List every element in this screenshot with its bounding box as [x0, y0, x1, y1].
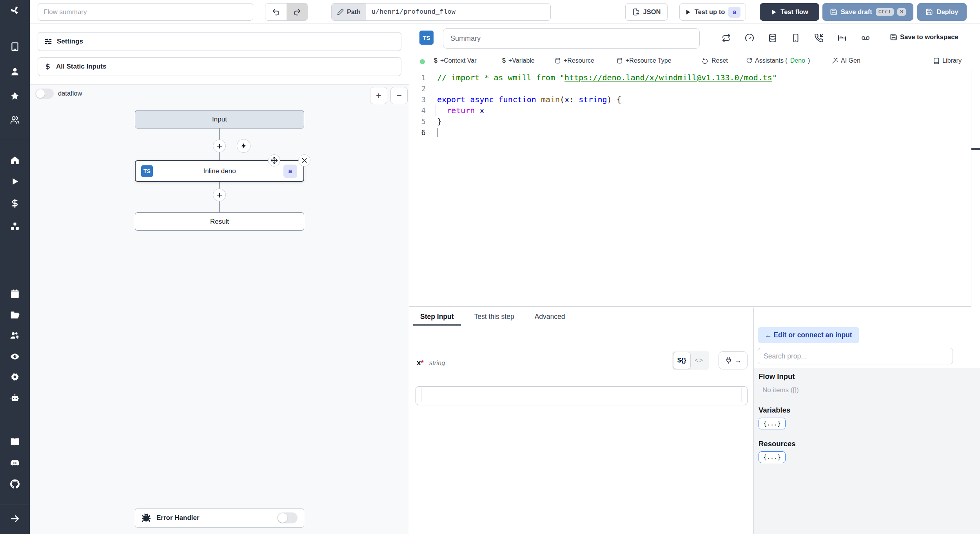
- favorites-star-icon[interactable]: [9, 91, 20, 101]
- arg-type: string: [429, 359, 445, 367]
- edit-or-connect-button[interactable]: ← Edit or connect an input: [758, 327, 859, 343]
- repeat-icon[interactable]: [722, 33, 731, 43]
- code-editor[interactable]: 1// import * as wmill from "https://deno…: [409, 69, 980, 307]
- save-draft-button[interactable]: Save draft Ctrl S: [822, 3, 913, 21]
- rotate-ccw-icon: [702, 58, 709, 64]
- dollar-icon: [44, 63, 51, 71]
- tab-step-input[interactable]: Step Input: [419, 308, 456, 326]
- move-step-button[interactable]: [268, 154, 280, 167]
- groups-icon[interactable]: [9, 114, 20, 125]
- flow-graph-panel: Settings All Static Inputs dataflow + − …: [30, 24, 409, 534]
- save-to-workspace-button[interactable]: Save to workspace: [890, 33, 958, 41]
- zoom-in-button[interactable]: +: [370, 87, 387, 104]
- resources-boxes-icon[interactable]: [9, 221, 20, 232]
- workers-users-gear-icon[interactable]: [9, 330, 20, 341]
- path-label: Path: [332, 4, 366, 20]
- s-key-badge: S: [897, 8, 906, 16]
- prop-sections: Flow Input No items ([]) Variables {...}…: [754, 368, 980, 534]
- gauge-icon[interactable]: [745, 33, 754, 43]
- prop-picker-panel: ← Edit or connect an input Flow Input No…: [754, 308, 980, 534]
- play-icon: [771, 9, 777, 15]
- resources-chip[interactable]: {...}: [759, 451, 786, 463]
- audit-eye-icon[interactable]: [9, 351, 20, 362]
- test-flow-button[interactable]: Test flow: [760, 3, 819, 21]
- zoom-out-button[interactable]: −: [390, 87, 408, 104]
- step-tabs: Step Input Test this step Advanced: [419, 308, 567, 326]
- discord-icon[interactable]: [9, 458, 20, 469]
- variables-dollar-icon[interactable]: [9, 198, 20, 209]
- add-step-button[interactable]: [213, 188, 226, 201]
- close-icon: [301, 157, 308, 164]
- voicemail-icon[interactable]: [861, 33, 870, 43]
- schedules-calendar-icon[interactable]: [9, 288, 20, 299]
- flow-input-title: Flow Input: [759, 372, 980, 381]
- json-button[interactable]: JSON: [625, 3, 668, 21]
- tab-advanced[interactable]: Advanced: [533, 308, 567, 326]
- path-value-input[interactable]: u/henri/profound_flow: [366, 4, 550, 20]
- trigger-button[interactable]: [237, 139, 250, 153]
- reset-button[interactable]: Reset: [702, 57, 728, 64]
- typescript-badge: TS: [419, 31, 434, 45]
- book-icon: [933, 58, 940, 64]
- arg-value-input[interactable]: [416, 386, 748, 405]
- windmill-logo-icon[interactable]: [9, 5, 20, 16]
- folders-icon[interactable]: [9, 310, 20, 320]
- redo-button[interactable]: [287, 4, 308, 20]
- tab-test-this-step[interactable]: Test this step: [473, 308, 516, 326]
- expr-mode-button[interactable]: ${}: [673, 352, 691, 369]
- delete-step-button[interactable]: [298, 154, 310, 167]
- workspace-icon[interactable]: [9, 41, 20, 52]
- editor-scrollbar[interactable]: [971, 69, 980, 307]
- save-icon: [830, 8, 837, 16]
- all-static-inputs-button[interactable]: All Static Inputs: [38, 57, 401, 76]
- error-handler-toggle[interactable]: [277, 512, 298, 523]
- undo-button[interactable]: [265, 4, 287, 20]
- ctrl-key-badge: Ctrl: [876, 8, 894, 16]
- collapse-arrow-icon[interactable]: [9, 513, 20, 524]
- error-handler-label: Error Handler: [156, 514, 200, 522]
- database-icon[interactable]: [768, 33, 777, 43]
- test-up-to-button[interactable]: Test up to a: [679, 3, 746, 21]
- result-node-label: Result: [210, 218, 229, 226]
- flow-canvas[interactable]: dataflow + − Input TS Inline deno a: [30, 84, 409, 534]
- flow-summary-input[interactable]: [38, 3, 253, 21]
- add-resource-button[interactable]: +Resource: [555, 57, 594, 64]
- scrollbar-cursor-marker: [971, 148, 980, 150]
- smartphone-icon[interactable]: [791, 33, 800, 43]
- summary-input[interactable]: [443, 28, 700, 49]
- add-variable-button[interactable]: $+Variable: [502, 57, 535, 64]
- add-step-button[interactable]: [213, 139, 226, 152]
- lightning-icon: [240, 143, 247, 149]
- flow-settings-button[interactable]: Settings: [38, 32, 401, 51]
- home-icon[interactable]: [9, 155, 20, 166]
- variables-chip[interactable]: {...}: [759, 418, 786, 429]
- input-node[interactable]: Input: [135, 110, 304, 129]
- settings-gear-icon[interactable]: [9, 371, 20, 382]
- robot-icon[interactable]: [9, 393, 20, 404]
- result-node[interactable]: Result: [135, 212, 304, 231]
- route-icon[interactable]: [837, 33, 847, 43]
- dataflow-toggle[interactable]: [35, 89, 54, 99]
- code-mode-button[interactable]: <>: [691, 357, 708, 364]
- deploy-button[interactable]: Deploy: [917, 3, 967, 21]
- connect-input-button[interactable]: →: [719, 351, 748, 369]
- sidebar-divider: [0, 139, 30, 139]
- plus-icon: [216, 192, 223, 199]
- docs-book-icon[interactable]: [9, 436, 20, 447]
- dataflow-label: dataflow: [58, 90, 82, 97]
- github-icon[interactable]: [9, 478, 20, 489]
- assistants-button[interactable]: Assistants (Deno): [746, 57, 810, 64]
- step-node-label: Inline deno: [203, 167, 236, 175]
- phone-incoming-icon[interactable]: [814, 33, 824, 43]
- runs-play-icon[interactable]: [9, 176, 20, 187]
- add-resource-type-button[interactable]: +Resource Type: [617, 57, 671, 64]
- user-icon[interactable]: [9, 66, 20, 77]
- arg-value-field: [421, 388, 742, 402]
- wand-sparkles-icon: [832, 58, 838, 64]
- ai-gen-button[interactable]: AI Gen: [832, 57, 860, 64]
- add-context-var-button[interactable]: $+Context Var: [434, 57, 477, 64]
- input-node-label: Input: [212, 116, 227, 123]
- search-prop-input[interactable]: [758, 348, 953, 364]
- library-button[interactable]: Library: [933, 57, 962, 64]
- error-handler-box[interactable]: Error Handler: [135, 508, 304, 528]
